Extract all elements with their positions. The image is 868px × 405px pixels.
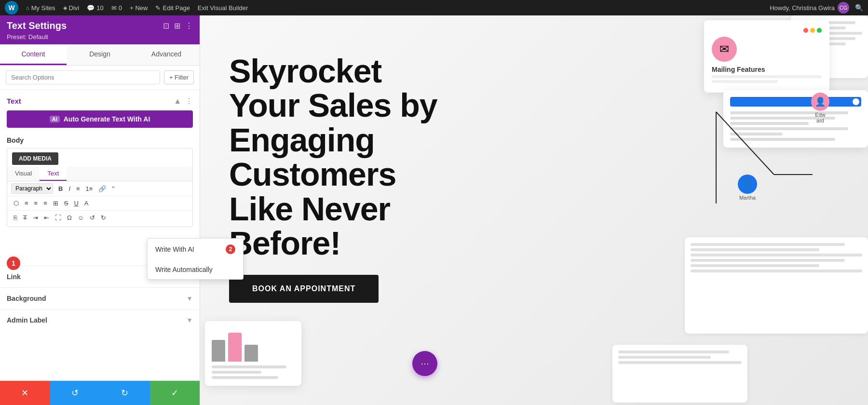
more-options-icon[interactable]: ⋮ xyxy=(185,21,193,30)
book-appointment-button[interactable]: Book An Appointment xyxy=(229,275,379,303)
chart-line-3 xyxy=(212,376,278,379)
my-sites-menu[interactable]: ⌂ My Sites xyxy=(26,4,55,12)
white-rect-mid-right xyxy=(685,237,868,334)
edit-page-btn[interactable]: ✎ Edit Page xyxy=(155,4,190,12)
tab-advanced[interactable]: Advanced xyxy=(133,44,200,65)
exit-builder-btn[interactable]: Exit Visual Builder xyxy=(198,4,248,12)
admin-label-section-row[interactable]: Admin Label ▼ xyxy=(0,309,200,331)
align-right-btn[interactable]: ≡ xyxy=(32,198,41,208)
blockquote-btn[interactable]: " xyxy=(109,183,117,194)
panel-title: Text Settings xyxy=(7,20,67,31)
wordpress-logo[interactable]: W xyxy=(5,1,18,14)
panel-header: Text Settings ⊡ ⊞ ⋮ Preset: Default xyxy=(0,15,200,44)
user-account[interactable]: Howdy, Christina Gwira CG xyxy=(770,2,849,14)
hero-heading: SkyrocketYour Sales byEngagingCustomersL… xyxy=(229,54,437,260)
align-justify-btn[interactable]: ≡ xyxy=(41,198,50,208)
align-left-btn[interactable]: ⬡ xyxy=(11,198,21,208)
format-toolbar-row3: ⎘ T̶ ⇥ ⇤ ⛶ Ω ☺ ↺ ↻ xyxy=(7,211,192,227)
main-area: Text Settings ⊡ ⊞ ⋮ Preset: Default Cont… xyxy=(0,15,868,405)
fullscreen-btn[interactable]: ⛶ xyxy=(53,213,64,223)
mailing-line-2 xyxy=(712,80,778,83)
edward-profile: 👤 Edward xyxy=(811,93,829,123)
text-color-btn[interactable]: A xyxy=(82,198,91,208)
text-section-title: Text xyxy=(7,97,21,105)
strikethrough-btn[interactable]: S xyxy=(62,198,71,208)
comments-count[interactable]: 💬 10 xyxy=(87,4,103,12)
undo-btn[interactable]: ↺ xyxy=(87,213,97,223)
toggle-dot xyxy=(853,98,859,105)
cancel-button[interactable]: ✕ xyxy=(0,381,50,405)
paste-text-btn[interactable]: ⎘ xyxy=(11,213,20,223)
admin-label-chevron-icon: ▼ xyxy=(186,316,193,324)
minimize-icon[interactable]: ⊡ xyxy=(163,21,169,30)
redo-icon: ↻ xyxy=(121,388,128,398)
brl-3 xyxy=(618,361,742,364)
write-with-ai-item[interactable]: Write With AI 2 xyxy=(148,239,200,260)
editor-tab-text[interactable]: Text xyxy=(40,167,67,181)
admin-bar-right: Howdy, Christina Gwira CG 🔍 xyxy=(770,2,863,14)
special-chars-btn[interactable]: Ω xyxy=(65,213,74,223)
canvas-area: SkyrocketYour Sales byEngagingCustomersL… xyxy=(200,15,868,405)
italic-btn[interactable]: I xyxy=(66,183,73,194)
purple-options-dot[interactable]: ⋯ xyxy=(412,351,437,376)
search-icon[interactable]: 🔍 xyxy=(855,4,863,12)
dot-yellow xyxy=(810,28,815,33)
ordered-list-btn[interactable]: 1≡ xyxy=(83,183,95,194)
bold-btn[interactable]: B xyxy=(56,183,65,194)
collapse-icon[interactable]: ▲ xyxy=(174,97,181,106)
panel-search: + Filter xyxy=(0,66,200,90)
hero-section: SkyrocketYour Sales byEngagingCustomersL… xyxy=(200,15,868,405)
search-input[interactable] xyxy=(6,70,160,84)
editor-tab-visual[interactable]: Visual xyxy=(7,167,40,181)
filter-button[interactable]: + Filter xyxy=(164,70,194,84)
plus-icon: + xyxy=(130,4,134,12)
redo-btn[interactable]: ↻ xyxy=(98,213,108,223)
add-media-button[interactable]: ADD MEDIA xyxy=(12,152,58,165)
clear-format-btn[interactable]: T̶ xyxy=(21,213,29,223)
section-more-icon[interactable]: ⋮ xyxy=(185,96,193,106)
outdent-btn[interactable]: ⇤ xyxy=(41,213,52,223)
emoji-btn[interactable]: ☺ xyxy=(75,213,86,223)
link-btn[interactable]: 🔗 xyxy=(96,183,108,194)
grid-icon[interactable]: ⊞ xyxy=(174,21,180,30)
divi-menu[interactable]: ◈ Divi xyxy=(63,4,80,12)
table-btn[interactable]: ⊞ xyxy=(51,198,61,208)
dot-red xyxy=(803,28,808,33)
panel-header-top: Text Settings ⊡ ⊞ ⋮ xyxy=(7,20,193,31)
link-label: Link xyxy=(7,273,21,281)
panel-tabs: Content Design Advanced xyxy=(0,44,200,66)
martha-profile: 👤 Martha xyxy=(738,175,757,201)
redo-button[interactable]: ↻ xyxy=(100,381,150,405)
align-center-btn[interactable]: ≡ xyxy=(22,198,31,208)
indent-btn[interactable]: ⇥ xyxy=(30,213,41,223)
paragraph-select[interactable]: Paragraph xyxy=(11,183,53,194)
card-line-1 xyxy=(730,111,848,114)
write-automatically-item[interactable]: Write Automatically xyxy=(148,260,200,279)
ai-generate-button[interactable]: AI Auto Generate Text With AI xyxy=(7,110,193,128)
mrl-6 xyxy=(691,270,862,272)
brl-1 xyxy=(618,351,729,353)
background-section-row[interactable]: Background ▼ xyxy=(0,287,200,309)
step-1-badge: 1 xyxy=(7,256,20,270)
bar-1 xyxy=(212,340,225,362)
messages-count[interactable]: ✉ 0 xyxy=(111,4,122,12)
save-button[interactable]: ✓ xyxy=(150,381,200,405)
tab-design[interactable]: Design xyxy=(67,44,133,65)
reset-button[interactable]: ↺ xyxy=(50,381,100,405)
tab-content[interactable]: Content xyxy=(0,44,67,65)
mid-right-lines xyxy=(685,237,868,278)
section-controls: ▲ ⋮ xyxy=(174,96,193,106)
unordered-list-btn[interactable]: ≡ xyxy=(74,183,82,194)
new-menu[interactable]: + New xyxy=(130,4,148,12)
reset-icon: ↺ xyxy=(71,388,79,398)
preset-label[interactable]: Preset: Default xyxy=(7,33,193,40)
bar-chart-card xyxy=(205,321,301,386)
card-line-6 xyxy=(730,138,835,141)
underline-btn[interactable]: U xyxy=(71,198,81,208)
ai-popup-menu: Write With AI 2 Write Automatically xyxy=(147,238,200,280)
martha-avatar: 👤 xyxy=(738,175,757,194)
window-dots xyxy=(712,28,822,33)
chart-line-2 xyxy=(212,371,261,374)
mrl-3 xyxy=(691,254,862,256)
save-icon: ✓ xyxy=(171,388,178,398)
